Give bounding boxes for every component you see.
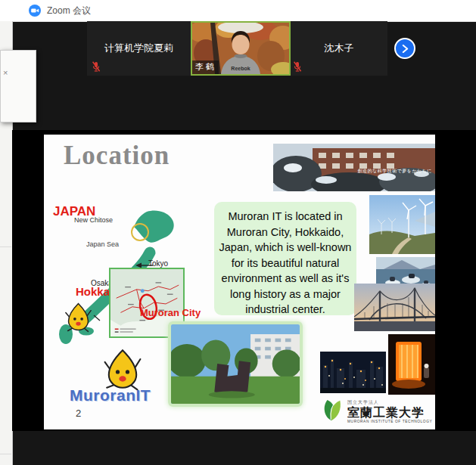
screen-share-area: Location (12, 130, 476, 431)
zoom-window: Zoom 会议 × 计算机学院夏莉 (0, 0, 476, 465)
participant-tile-audio[interactable]: 计算机学院夏莉 (87, 21, 191, 76)
wind-turbines-photo (369, 195, 435, 254)
zoom-app-icon (29, 5, 41, 17)
window-title: Zoom 会议 (47, 5, 91, 17)
window-titlebar[interactable]: Zoom 会议 (0, 0, 476, 22)
participant-name: 计算机学院夏莉 (87, 42, 191, 55)
background-window-panel[interactable]: × (0, 50, 36, 122)
participant-tile-audio[interactable]: 沈木子 (291, 21, 387, 76)
leaf-logo-icon (322, 397, 344, 426)
logo-text-block: 国立大学法人 室蘭工業大学 MURORAN INSTITUTE OF TECHN… (347, 399, 432, 424)
participant-tile-video[interactable]: Reebok 李 鹤 (191, 21, 291, 76)
next-participants-button[interactable] (394, 38, 415, 59)
mascot-character (103, 347, 142, 391)
campus-banner-photo: 創造的な科学技術で夢をかたちに (273, 144, 435, 191)
logo-university-jp: 室蘭工業大学 (347, 406, 432, 420)
participant-name: 李 鹤 (192, 60, 219, 74)
slide-title: Location (64, 141, 170, 171)
description-textbox: Muroran IT is located in Muroran City, H… (214, 202, 356, 315)
background-window-divider (0, 454, 11, 454)
suspension-bridge-photo (354, 284, 435, 331)
presentation-slide: Location (44, 135, 435, 429)
muroran-city-label: Muroran City (140, 307, 201, 318)
tokyo-label: Tokyo (148, 259, 168, 268)
logo-university-en: MURORAN INSTITUTE OF TECHNOLOGY (347, 420, 432, 423)
logo-corporation-text: 国立大学法人 (347, 399, 432, 406)
mic-muted-icon (92, 61, 101, 72)
molten-steel-photo (388, 334, 435, 395)
chevron-right-icon (402, 45, 409, 53)
participant-name: 沈木子 (291, 42, 387, 55)
slide-page-number: 2 (76, 408, 81, 419)
background-window-divider (0, 246, 11, 247)
muroran-it-brand: MuroranIT (70, 386, 151, 405)
university-logo: 国立大学法人 室蘭工業大学 MURORAN INSTITUTE OF TECHN… (322, 395, 435, 428)
mascot-character (64, 301, 92, 333)
japan-sea-label: Japan Sea (86, 240, 119, 248)
svg-text:Reebok: Reebok (231, 66, 250, 71)
banner-slogan-text: 創造的な科学技術で夢をかたちに (358, 168, 432, 175)
campus-sculpture-photo (168, 321, 303, 407)
new-chitose-label: New Chitose (74, 216, 113, 224)
close-icon[interactable]: × (3, 69, 8, 77)
mic-muted-icon (293, 61, 302, 72)
night-factory-photo (320, 352, 386, 393)
